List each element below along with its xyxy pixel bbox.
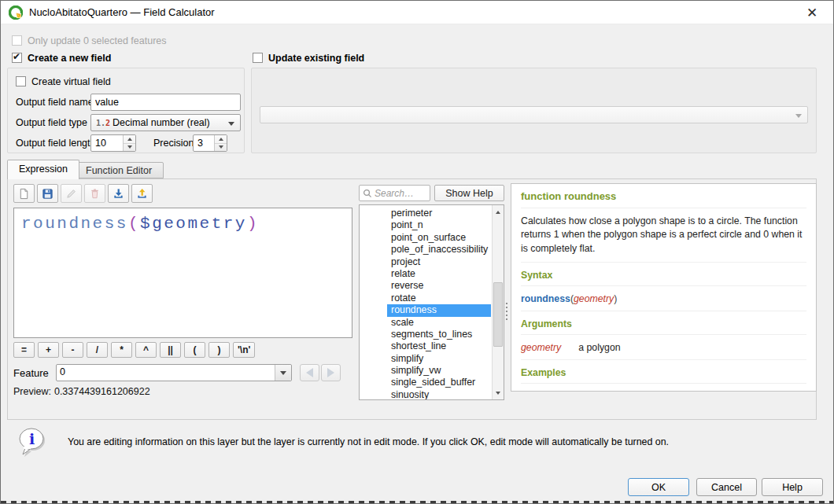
- operator-newline-button[interactable]: '\n': [233, 342, 255, 358]
- function-list-item[interactable]: perimeter: [387, 208, 491, 219]
- new-expression-button[interactable]: [13, 184, 35, 203]
- operator-plus-button[interactable]: +: [38, 342, 59, 358]
- operator-multiply-button[interactable]: *: [111, 342, 132, 358]
- operator-equals-button[interactable]: =: [13, 342, 35, 358]
- chevron-down-icon: [280, 371, 286, 375]
- feature-combo-input[interactable]: [60, 366, 264, 377]
- output-field-length-value: 10: [95, 138, 106, 149]
- ok-button[interactable]: OK: [628, 478, 689, 496]
- delete-expression-icon: [89, 188, 101, 200]
- function-list-item[interactable]: relate: [387, 268, 491, 280]
- import-expression-icon: [113, 188, 124, 200]
- title-bar: NucloAbitatoQuartero — Field Calculator …: [1, 1, 833, 24]
- function-list-item[interactable]: point_n: [387, 219, 491, 231]
- output-field-type-value: Decimal number (real): [113, 117, 210, 128]
- function-list: perimeter point_n point_on_surface pole_…: [359, 204, 504, 400]
- update-existing-field-checkbox[interactable]: Update existing field: [253, 53, 364, 64]
- feature-combo[interactable]: [56, 364, 292, 381]
- arrow-right-icon: [327, 368, 334, 377]
- function-list-scrollbar[interactable]: [492, 205, 504, 399]
- new-expression-icon: [18, 188, 30, 200]
- operator-divide-button[interactable]: /: [87, 342, 108, 358]
- function-list-item[interactable]: point_on_surface: [387, 232, 491, 244]
- show-help-button[interactable]: Show Help: [434, 185, 504, 201]
- expression-editor[interactable]: roundness($geometry): [13, 208, 352, 338]
- expression-variable-token: $geometry: [140, 215, 247, 233]
- scroll-up-icon: [496, 211, 500, 214]
- function-list-item[interactable]: pole_of_inaccessibility: [387, 244, 491, 256]
- feature-label: Feature: [13, 367, 49, 379]
- help-examples-list: round(roundness(geom_from_wkt('POLYGON((…: [543, 390, 806, 392]
- info-icon: i: [17, 426, 50, 461]
- feature-combo-dropdown[interactable]: [275, 365, 291, 381]
- function-help-panel: function roundness Calculates how close …: [511, 183, 817, 392]
- function-list-item[interactable]: rotate: [387, 292, 491, 304]
- only-update-selected-checkbox[interactable]: Only update 0 selected features: [12, 35, 167, 46]
- function-list-item[interactable]: scale: [387, 317, 491, 329]
- export-expression-button[interactable]: [131, 184, 153, 203]
- spin-up-icon: [127, 138, 132, 141]
- precision-spinner[interactable]: 3: [193, 134, 227, 152]
- help-button[interactable]: Help: [762, 478, 823, 496]
- function-list-item[interactable]: project: [387, 256, 491, 268]
- import-expression-button[interactable]: [108, 184, 129, 203]
- operator-close-paren-button[interactable]: ): [208, 342, 230, 358]
- operator-minus-button[interactable]: -: [62, 342, 83, 358]
- output-field-type-combo[interactable]: 1.2 Decimal number (real): [90, 114, 241, 131]
- help-arguments-heading: Arguments: [521, 318, 806, 335]
- checkbox-box: [16, 76, 26, 86]
- function-list-item[interactable]: sinuosity: [387, 389, 491, 400]
- operator-open-paren-button[interactable]: (: [184, 342, 205, 358]
- spinner-buttons[interactable]: [214, 135, 227, 151]
- operator-concat-button[interactable]: ||: [160, 342, 181, 358]
- checkbox-box: [253, 53, 263, 63]
- function-list-item-selected[interactable]: roundness: [387, 304, 491, 316]
- help-syntax-argument: geometry: [574, 293, 614, 304]
- function-list-item[interactable]: simplify: [387, 353, 491, 365]
- expression-paren: (: [128, 215, 140, 233]
- function-list-item[interactable]: single_sided_buffer: [387, 377, 491, 388]
- save-expression-button[interactable]: [37, 184, 58, 203]
- tab-function-editor[interactable]: Function Editor: [74, 162, 164, 178]
- splitter-handle[interactable]: [506, 303, 507, 320]
- scroll-down-button[interactable]: [493, 387, 504, 399]
- delete-expression-button[interactable]: [84, 184, 105, 203]
- expression-function-token: roundness: [21, 215, 128, 233]
- function-list-item[interactable]: simplify_vw: [387, 365, 491, 377]
- create-virtual-field-checkbox[interactable]: Create virtual field: [16, 76, 111, 87]
- checkbox-box: [12, 53, 22, 63]
- create-new-field-checkbox[interactable]: Create a new field: [12, 53, 111, 64]
- output-field-length-spinner[interactable]: 10: [90, 134, 136, 152]
- previous-feature-button[interactable]: [300, 364, 319, 381]
- function-list-item[interactable]: reverse: [387, 280, 491, 292]
- create-virtual-field-label: Create virtual field: [31, 76, 111, 87]
- edit-expression-button[interactable]: [61, 184, 82, 203]
- cancel-button[interactable]: Cancel: [696, 478, 757, 496]
- svg-text:i: i: [29, 430, 35, 447]
- operator-power-button[interactable]: ^: [135, 342, 157, 358]
- help-title: function roundness: [521, 190, 806, 208]
- close-button[interactable]: ✕: [802, 2, 822, 23]
- search-input[interactable]: [375, 188, 426, 199]
- scroll-up-button[interactable]: [493, 206, 504, 218]
- next-feature-button[interactable]: [321, 364, 341, 381]
- help-description: Calculates how close a polygon shape is …: [521, 215, 806, 263]
- operator-buttons: = + - / * ^ || ( ) '\n': [13, 342, 255, 358]
- function-list-item[interactable]: segments_to_lines: [387, 329, 491, 340]
- save-expression-icon: [42, 188, 54, 200]
- existing-field-combo[interactable]: [260, 106, 808, 123]
- help-syntax-paren: ): [614, 293, 617, 304]
- tab-expression[interactable]: Expression: [7, 160, 79, 179]
- function-search-box[interactable]: [359, 185, 430, 201]
- edit-mode-warning-message: You are editing information on this laye…: [68, 436, 669, 447]
- precision-value: 3: [197, 138, 203, 149]
- spinner-buttons[interactable]: [123, 135, 135, 151]
- help-argument-name: geometry: [521, 342, 561, 353]
- preview-label: Preview:: [13, 386, 51, 397]
- scrollbar-thumb[interactable]: [493, 282, 503, 347]
- output-field-name-input[interactable]: [90, 94, 241, 111]
- output-field-length-label: Output field length: [16, 138, 95, 149]
- export-expression-icon: [136, 188, 148, 200]
- output-field-type-label: Output field type: [16, 117, 87, 128]
- function-list-item[interactable]: shortest_line: [387, 340, 491, 352]
